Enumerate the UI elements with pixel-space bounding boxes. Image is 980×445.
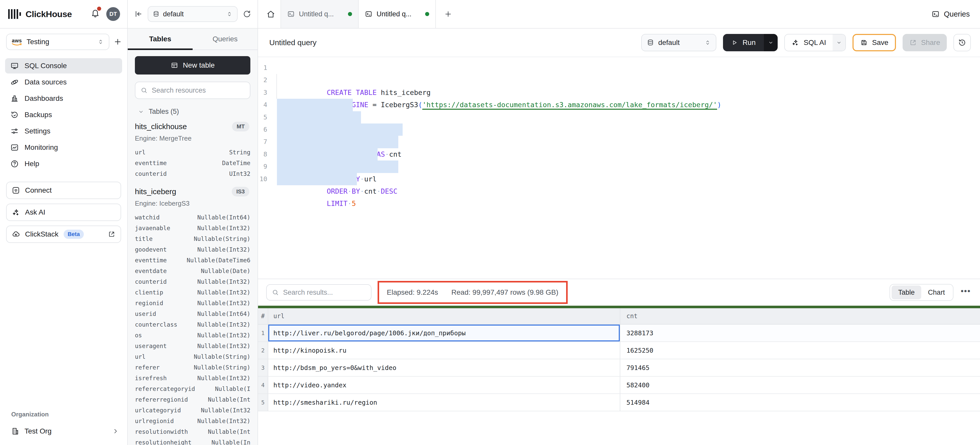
cnt-cell[interactable]: 791465 [620,359,980,376]
collapse-sidebar-button[interactable] [134,10,143,18]
cnt-cell[interactable]: 514984 [620,394,980,411]
url-cell[interactable]: http://smeshariki.ru/region [268,394,620,411]
column-type: UInt32 [229,171,250,177]
query-tab-2[interactable]: Untitled q... [358,0,436,28]
database-selector[interactable]: default [148,6,238,22]
run-button[interactable]: Run [723,34,777,51]
code-line[interactable]: 2 ENGINE = IcebergS3('https://datasets-d… [258,74,980,86]
sidebar-item-monitoring[interactable]: Monitoring [5,140,122,155]
table-row[interactable]: 4 http://video.yandex 582400 [258,377,980,394]
new-tab-button[interactable] [444,10,452,18]
code-token: cnt [364,187,377,195]
url-cell[interactable]: http://kinopoisk.ru [268,342,620,359]
table-row[interactable]: 5 http://smeshariki.ru/region 514984 [258,394,980,411]
refresh-button[interactable] [243,10,251,18]
column-name: watchid [135,214,160,221]
results-menu-button[interactable]: ••• [961,287,971,298]
organization-switcher[interactable]: Test Org [0,423,127,440]
code-line[interactable]: 6 ····count()·AS·cnt [258,124,980,136]
sidebar-item-settings[interactable]: Settings [5,124,122,139]
column-name: clientip [135,289,163,296]
resources-search-input[interactable] [152,87,245,94]
code-line[interactable]: 1 CREATE TABLE hits_iceberg [258,62,980,74]
app-window: ClickHouse DT default [0,0,980,445]
table-row[interactable]: 3 http://bdsm_po_yers=0&with_video 79146… [258,359,980,377]
code-token: hits_iceberg [377,89,431,97]
table-name[interactable]: hits_clickhouse [135,122,187,131]
editor-database-value: default [658,38,679,47]
column-row: clientip Nullable(Int32) [135,287,250,298]
results-rows: 1 http://liver.ru/belgorod/page/1006.jки… [258,325,980,411]
table-name[interactable]: hits_iceberg [135,187,176,196]
sidebar-nav: SQL Console Data sources Dashboards Back… [0,58,127,171]
notifications-button[interactable] [91,8,100,20]
code-text: ····url, [277,111,361,124]
table-row[interactable]: 1 http://liver.ru/belgorod/page/1006.jки… [258,325,980,342]
clickstack-button[interactable]: ClickStack Beta [6,226,121,243]
column-row: counterclass Nullable(Int32) [135,319,250,330]
resources-search[interactable] [135,82,250,99]
column-name: eventdate [135,268,167,274]
add-service-button[interactable] [113,38,122,46]
query-tab-1[interactable]: Untitled q... [280,0,358,28]
sql-console-icon [10,62,19,70]
share-button[interactable]: Share [903,34,947,51]
tab-queries[interactable]: Queries [192,29,258,49]
url-cell[interactable]: http://video.yandex [268,377,620,393]
cnt-cell[interactable]: 1625250 [620,342,980,359]
table-view-button[interactable]: Table [892,285,921,299]
code-line[interactable]: 8 GROUP·BY·url [258,148,980,160]
sql-ai-button[interactable]: SQL AI [784,34,846,51]
sql-editor[interactable]: 1 CREATE TABLE hits_iceberg 2 ENGINE = I… [258,57,980,279]
url-cell[interactable]: http://bdsm_po_yers=0&with_video [268,359,620,376]
column-name: userid [135,310,156,317]
results-search-input[interactable] [283,288,366,296]
url-cell[interactable]: http://liver.ru/belgorod/page/1006.jки/д… [268,325,620,341]
table-row[interactable]: 2 http://kinopoisk.ru 1625250 [258,342,980,359]
tab-tables[interactable]: Tables [128,29,192,49]
query-history-button[interactable] [953,34,971,51]
chevron-down-icon [138,109,144,115]
sidebar-item-dashboards[interactable]: Dashboards [5,91,122,106]
user-avatar[interactable]: DT [106,7,120,21]
code-line[interactable]: 7 FROM·hits_iceberg [258,136,980,148]
run-options-button[interactable] [764,34,778,51]
code-line[interactable]: 5 ····url, [258,111,980,124]
query-title[interactable]: Untitled query [269,38,317,47]
sidebar-item-data-sources[interactable]: Data sources [5,74,122,90]
ask-ai-button[interactable]: Ask AI [6,204,121,221]
connect-button[interactable]: Connect [6,182,121,199]
editor-database-selector[interactable]: default [641,34,716,51]
sidebar-item-label: Settings [24,127,50,135]
column-type: Nullable(Int [208,428,250,435]
search-icon [140,87,148,94]
header-url-column: url [268,308,620,324]
sidebar-item-sql-console[interactable]: SQL Console [5,58,122,73]
unsaved-dot-icon [425,12,429,16]
collapse-left-icon [134,10,143,18]
sidebar-item-help[interactable]: Help [5,156,122,171]
queries-button[interactable]: Queries [931,10,970,18]
sql-ai-options-button[interactable] [833,35,845,51]
queries-button-label: Queries [944,10,970,18]
cnt-cell[interactable]: 3288173 [620,325,980,341]
home-button[interactable] [266,10,275,19]
column-name: goodevent [135,246,167,253]
sidebar-item-backups[interactable]: Backups [5,107,122,122]
code-line[interactable]: 9 ORDER·BY·cnt·DESC [258,160,980,173]
cnt-cell[interactable]: 582400 [620,377,980,393]
workspace-selector[interactable]: aws Testing [6,34,109,50]
chart-view-button[interactable]: Chart [921,285,951,299]
column-name: refererregionid [135,396,188,403]
plus-icon [444,10,452,18]
row-number-cell: 1 [258,325,268,341]
columns-list: url String eventtime DateTime [135,147,250,179]
save-button[interactable]: Save [853,34,896,51]
terminal-icon [931,10,940,18]
code-token: · [360,187,364,195]
column-row: goodevent Nullable(Int32) [135,244,250,255]
new-table-button[interactable]: New table [135,56,250,74]
tables-section-header[interactable]: Tables (5) [135,108,250,116]
column-row: userid Nullable(Int64) [135,309,250,319]
results-search[interactable] [266,284,371,301]
